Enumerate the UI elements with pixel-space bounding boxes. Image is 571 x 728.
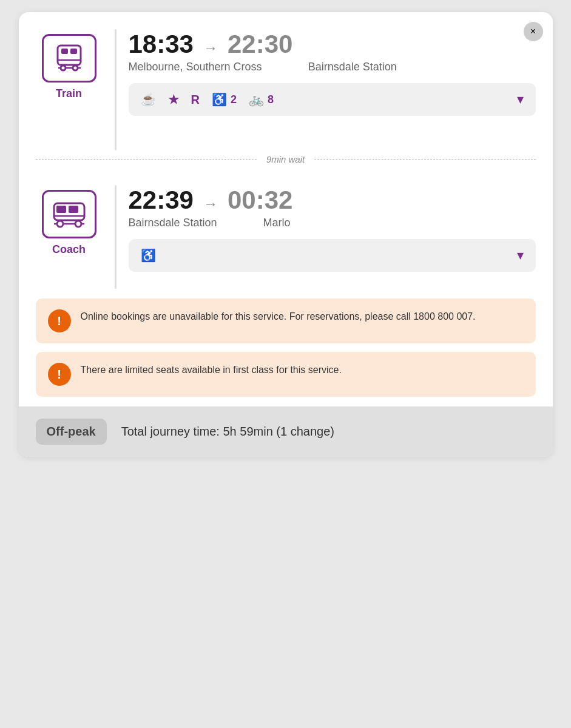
svg-rect-10 — [56, 206, 66, 213]
coach-arrive-time: 00:32 — [228, 187, 292, 213]
coach-divider — [115, 185, 117, 289]
train-stations-row: Melbourne, Southern Cross Bairnsdale Sta… — [129, 61, 536, 73]
alert-text-2: There are limited seats available in fir… — [81, 363, 342, 377]
alerts-section: ! Online bookings are unavailable for th… — [19, 289, 553, 406]
cafe-icon: ☕ — [141, 92, 156, 107]
train-depart-station: Melbourne, Southern Cross — [129, 61, 262, 73]
alert-icon-2: ! — [48, 363, 71, 386]
coach-icon — [42, 190, 96, 238]
wait-text: 9min wait — [257, 154, 314, 164]
train-depart-time: 18:33 — [129, 32, 194, 57]
coach-arrow-icon: → — [203, 195, 218, 212]
coach-depart-time: 22:39 — [129, 187, 194, 213]
train-divider — [115, 29, 117, 150]
svg-point-4 — [73, 66, 78, 70]
train-arrow-icon: → — [203, 39, 218, 56]
train-cafe-amenity: ☕ — [141, 92, 156, 107]
train-expand-button[interactable]: ▾ — [517, 92, 524, 107]
train-mode-label: Train — [56, 87, 82, 100]
accessible-icon: ♿ — [141, 248, 156, 263]
coach-depart-station: Bairnsdale Station — [129, 217, 217, 229]
train-arrive-time: 22:30 — [228, 32, 292, 57]
journey-summary: Total journey time: 5h 59min (1 change) — [121, 425, 334, 439]
coach-expand-button[interactable]: ▾ — [517, 248, 524, 263]
journey-card: × Train 18:33 — [19, 12, 553, 457]
alert-box-1: ! Online bookings are unavailable for th… — [36, 298, 536, 343]
close-button[interactable]: × — [524, 22, 543, 41]
train-amenities-bar: ☕ ★ R ♿ 2 🚲 8 ▾ — [129, 83, 536, 116]
bicycle-count: 8 — [268, 93, 274, 106]
accessible-count: 2 — [231, 93, 237, 106]
coach-mode-col: Coach — [36, 185, 103, 256]
coach-stations-row: Bairnsdale Station Marlo — [129, 217, 536, 229]
train-accessible-amenity: ♿ 2 — [212, 92, 237, 107]
train-bicycle-amenity: 🚲 8 — [249, 92, 274, 107]
alert-box-2: ! There are limited seats available in f… — [36, 352, 536, 397]
svg-point-14 — [75, 221, 81, 227]
coach-leg-section: Coach 22:39 → 00:32 Bairnsdale Station M… — [19, 168, 553, 289]
offpeak-badge: Off-peak — [36, 419, 107, 445]
svg-rect-2 — [70, 49, 77, 54]
reserved-icon: R — [191, 93, 200, 107]
train-times-row: 18:33 → 22:30 — [129, 32, 536, 57]
coach-accessible-amenity: ♿ — [141, 248, 156, 263]
alert-icon-1: ! — [48, 309, 71, 332]
train-mode-col: Train — [36, 29, 103, 100]
wait-divider: 9min wait — [19, 150, 553, 168]
coach-mode-label: Coach — [52, 243, 86, 256]
train-premium-amenity: ★ — [168, 92, 179, 107]
coach-arrive-station: Marlo — [227, 217, 291, 229]
train-reserved-amenity: R — [191, 93, 200, 107]
bicycle-icon: 🚲 — [249, 92, 264, 107]
coach-times-row: 22:39 → 00:32 — [129, 187, 536, 213]
wait-line-left — [36, 159, 257, 160]
footer-bar: Off-peak Total journey time: 5h 59min (1… — [19, 406, 553, 457]
train-leg-details: 18:33 → 22:30 Melbourne, Southern Cross … — [129, 29, 536, 133]
train-arrive-station: Bairnsdale Station — [272, 61, 397, 73]
star-icon: ★ — [168, 92, 179, 107]
svg-rect-11 — [69, 206, 78, 213]
alert-text-1: Online bookings are unavailable for this… — [81, 309, 476, 324]
svg-rect-0 — [58, 46, 81, 65]
svg-point-3 — [61, 66, 66, 70]
svg-rect-1 — [61, 49, 68, 54]
train-leg-section: Train 18:33 → 22:30 Melbourne, Southern … — [19, 12, 553, 150]
wait-line-right — [314, 159, 535, 160]
accessible-icon: ♿ — [212, 92, 227, 107]
train-icon — [42, 34, 96, 83]
coach-amenities-bar: ♿ ▾ — [129, 239, 536, 272]
svg-point-13 — [57, 221, 63, 227]
coach-leg-details: 22:39 → 00:32 Bairnsdale Station Marlo ♿… — [129, 185, 536, 289]
